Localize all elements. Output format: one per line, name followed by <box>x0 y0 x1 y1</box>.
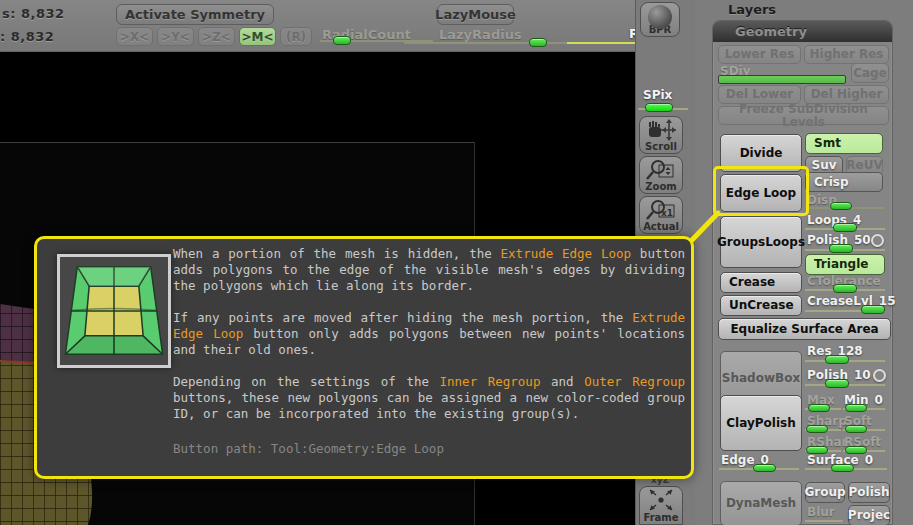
claypolish-button[interactable]: ClayPolish <box>720 395 802 451</box>
symmetry-m-button[interactable]: >M< <box>239 27 276 46</box>
bpr-sphere-icon <box>648 5 672 29</box>
radialcount-thumb[interactable] <box>333 36 351 45</box>
lazyradius-track[interactable] <box>404 42 590 44</box>
group-button[interactable]: Group <box>805 482 845 503</box>
max-thumb[interactable] <box>808 404 830 412</box>
lazyradius-thumb[interactable] <box>529 38 547 47</box>
right-tray: Layers Geometry Lower Res Higher Res SDi… <box>695 0 913 525</box>
layers-panel-title[interactable]: Layers <box>728 2 776 17</box>
geometry-subpalette: Geometry Lower Res Higher Res SDiv Cage … <box>712 20 893 525</box>
divide-button[interactable]: Divide <box>720 134 802 172</box>
edge-thumb[interactable] <box>753 464 776 472</box>
sdiv-slider[interactable] <box>718 75 846 84</box>
edge-loop-button[interactable]: Edge Loop <box>720 174 802 212</box>
edge-loop-tooltip: When a portion of the mesh is hidden, th… <box>34 236 694 479</box>
top-shelf <box>0 0 700 52</box>
tooltip-paragraph-1: When a portion of the mesh is hidden, th… <box>173 246 685 294</box>
polish50-toggle[interactable] <box>871 234 884 247</box>
loops-thumb[interactable] <box>833 223 857 232</box>
crease-button[interactable]: Crease <box>720 272 802 293</box>
res-thumb[interactable] <box>825 355 849 364</box>
polish10-thumb[interactable] <box>825 379 849 388</box>
geometry-header[interactable]: Geometry <box>713 21 892 42</box>
smt-button[interactable]: Smt <box>805 133 883 154</box>
higher-res-button[interactable]: Higher Res <box>804 45 889 64</box>
spix-label: SPix <box>643 88 672 102</box>
sharp-thumb[interactable] <box>806 425 828 433</box>
tooltip-button-path: Button path: Tool:Geometry:Edge Loop <box>173 441 444 456</box>
activate-symmetry-button[interactable]: Activate Symmetry <box>116 4 274 25</box>
blur-label: Blur <box>807 505 835 519</box>
groupsloops-button[interactable]: GroupsLoops <box>720 216 802 268</box>
triangle-button[interactable]: Triangle <box>805 254 885 275</box>
cage-button[interactable]: Cage <box>851 63 889 83</box>
magnifier-actual-icon: x1 <box>646 199 676 221</box>
soft-thumb[interactable] <box>845 425 867 433</box>
bpr-button[interactable]: BPR <box>640 2 680 37</box>
tooltip-body: When a portion of the mesh is hidden, th… <box>173 246 685 438</box>
edge-loop-mesh-image <box>60 257 168 365</box>
tooltip-paragraph-2: If any points are moved after hiding the… <box>173 310 685 358</box>
symmetry-r-button[interactable]: (R) <box>280 27 312 46</box>
hand-scroll-icon <box>646 119 676 141</box>
polish10-toggle[interactable] <box>873 369 886 382</box>
spix-thumb[interactable] <box>645 103 673 112</box>
actual-button[interactable]: x1 Actual <box>639 196 683 234</box>
zoom-button[interactable]: Zoom <box>639 156 683 194</box>
freeze-subdivision-button[interactable]: Freeze SubDivision Levels <box>718 106 889 125</box>
svg-text:x1: x1 <box>661 208 673 218</box>
scroll-button[interactable]: Scroll <box>639 116 683 154</box>
tooltip-paragraph-3: Depending on the settings of the Inner R… <box>173 374 685 422</box>
symmetry-y-button[interactable]: >Y< <box>157 27 194 46</box>
symmetry-x-button[interactable]: >X< <box>116 27 153 46</box>
magnifier-zoom-icon <box>646 159 676 181</box>
min-thumb[interactable] <box>845 404 867 412</box>
surface-thumb[interactable] <box>831 464 854 472</box>
crisp-button[interactable]: Crisp <box>805 172 883 192</box>
ctolerance-thumb[interactable] <box>833 284 857 293</box>
equalize-surface-area-button[interactable]: Equalize Surface Area <box>718 318 891 340</box>
lower-res-button[interactable]: Lower Res <box>718 45 801 64</box>
point-count-line2: : 8,832 <box>0 29 54 44</box>
frame-button[interactable]: Frame <box>639 486 683 525</box>
blur-track[interactable] <box>805 520 843 522</box>
lazyradius-label: LazyRadius <box>439 27 522 42</box>
edge-loop-illustration <box>57 254 171 368</box>
disp-thumb[interactable] <box>830 202 852 210</box>
symmetry-z-button[interactable]: >Z< <box>198 27 235 46</box>
polish50-thumb[interactable] <box>829 244 853 253</box>
uncrease-button[interactable]: UnCrease <box>720 295 802 316</box>
lazymouse-button[interactable]: LazyMouse <box>437 4 514 25</box>
frame-icon <box>648 488 674 512</box>
creaselvl-thumb[interactable] <box>861 305 885 314</box>
zbrush-window: s: 8,832 : 8,832 Activate Symmetry >X< >… <box>0 0 913 525</box>
projec-button[interactable]: Projec <box>848 505 890 525</box>
polish-button[interactable]: Polish <box>848 482 890 503</box>
dynamesh-button[interactable]: DynaMesh <box>720 481 802 525</box>
point-count-line1: s: 8,832 <box>2 6 65 21</box>
